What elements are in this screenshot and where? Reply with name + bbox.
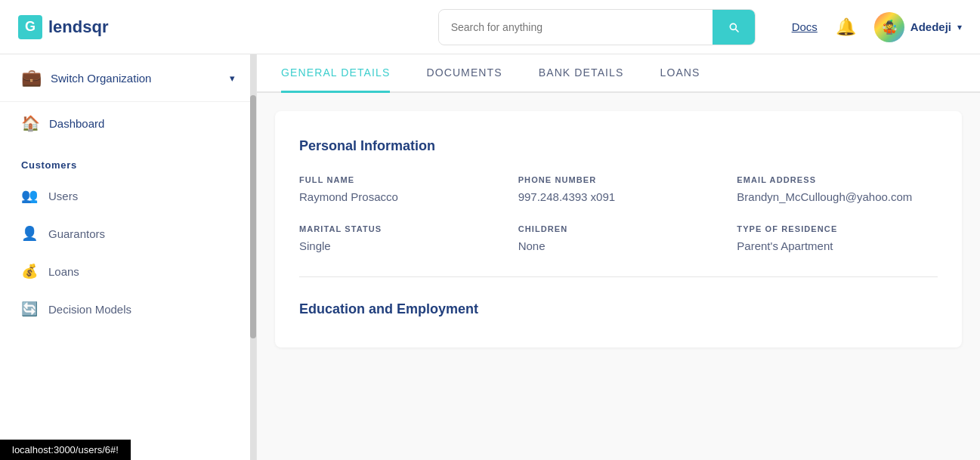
search-button[interactable] bbox=[713, 10, 755, 45]
tab-documents[interactable]: Documents bbox=[426, 54, 502, 93]
body: 💼 Switch Organization ▾ 🏠 Dashboard Cust… bbox=[0, 54, 980, 460]
field-marital-status: MARITAL STATUS Single bbox=[299, 224, 500, 252]
email-address-value: Brandyn_McCullough@yahoo.com bbox=[737, 190, 938, 203]
dashboard-label: Dashboard bbox=[49, 117, 104, 130]
bell-icon[interactable]: 🔔 bbox=[836, 17, 856, 37]
sidebar-item-guarantors-label: Guarantors bbox=[48, 227, 105, 240]
sidebar-item-users[interactable]: 👥 Users bbox=[0, 177, 256, 215]
logo[interactable]: G lendsqr bbox=[18, 15, 108, 39]
field-children: CHILDREN None bbox=[518, 224, 719, 252]
users-icon: 👥 bbox=[21, 187, 38, 204]
sidebar-item-users-label: Users bbox=[48, 190, 78, 202]
tab-general-details[interactable]: General Details bbox=[281, 54, 390, 93]
docs-link[interactable]: Docs bbox=[792, 20, 818, 33]
search-bar bbox=[438, 9, 756, 45]
sidebar-scrollbar[interactable] bbox=[250, 54, 256, 460]
logo-icon: G bbox=[18, 15, 42, 39]
type-of-residence-label: TYPE OF RESIDENCE bbox=[737, 224, 938, 233]
marital-status-value: Single bbox=[299, 239, 500, 252]
avatar: 🤹 bbox=[874, 12, 904, 42]
sidebar-item-loans-label: Loans bbox=[48, 265, 79, 278]
email-address-label: EMAIL ADDRESS bbox=[737, 175, 938, 184]
customers-section-label: Customers bbox=[0, 144, 256, 177]
switch-org-label: Switch Organization bbox=[51, 72, 221, 85]
sidebar-item-decision-models-label: Decision Models bbox=[48, 303, 131, 316]
tab-bank-details[interactable]: Bank Details bbox=[539, 54, 624, 93]
sidebar-scrollbar-thumb bbox=[250, 95, 256, 338]
section-divider bbox=[299, 276, 938, 277]
full-name-label: FULL NAME bbox=[299, 175, 500, 184]
sidebar-item-guarantors[interactable]: 👤 Guarantors bbox=[0, 215, 256, 252]
tabs: General Details Documents Bank Details L… bbox=[257, 54, 980, 93]
switch-org-item[interactable]: 💼 Switch Organization ▾ bbox=[0, 54, 256, 102]
briefcase-icon: 💼 bbox=[21, 68, 42, 88]
content-card: Personal Information FULL NAME Raymond P… bbox=[275, 111, 962, 347]
switch-org-chevron: ▾ bbox=[230, 73, 235, 84]
education-section-title: Education and Employment bbox=[299, 301, 938, 317]
personal-info-grid: FULL NAME Raymond Prosacco PHONE NUMBER … bbox=[299, 175, 938, 252]
status-bar: localhost:3000/users/6#! bbox=[0, 440, 131, 460]
children-label: CHILDREN bbox=[518, 224, 719, 233]
marital-status-label: MARITAL STATUS bbox=[299, 224, 500, 233]
field-email-address: EMAIL ADDRESS Brandyn_McCullough@yahoo.c… bbox=[737, 175, 938, 203]
guarantors-icon: 👤 bbox=[21, 225, 38, 242]
full-name-value: Raymond Prosacco bbox=[299, 190, 500, 203]
home-icon: 🏠 bbox=[21, 114, 40, 132]
field-phone-number: PHONE NUMBER 997.248.4393 x091 bbox=[518, 175, 719, 203]
type-of-residence-value: Parent's Apartment bbox=[737, 239, 938, 252]
phone-number-value: 997.248.4393 x091 bbox=[518, 190, 719, 203]
personal-info-title: Personal Information bbox=[299, 138, 938, 154]
sidebar-item-decision-models[interactable]: 🔄 Decision Models bbox=[0, 290, 256, 328]
field-full-name: FULL NAME Raymond Prosacco bbox=[299, 175, 500, 203]
sidebar-item-loans[interactable]: 💰 Loans bbox=[0, 252, 256, 290]
sidebar: 💼 Switch Organization ▾ 🏠 Dashboard Cust… bbox=[0, 54, 257, 460]
main-content: General Details Documents Bank Details L… bbox=[257, 54, 980, 460]
header: G lendsqr Docs 🔔 🤹 Adedeji ▾ bbox=[0, 0, 980, 54]
search-input[interactable] bbox=[439, 12, 713, 42]
phone-number-label: PHONE NUMBER bbox=[518, 175, 719, 184]
search-icon bbox=[728, 21, 740, 33]
header-right: Docs 🔔 🤹 Adedeji ▾ bbox=[792, 12, 962, 42]
avatar-chevron: ▾ bbox=[957, 22, 962, 32]
logo-text: lendsqr bbox=[48, 17, 108, 37]
avatar-name: Adedeji bbox=[910, 20, 951, 33]
loans-icon: 💰 bbox=[21, 263, 38, 279]
tab-loans[interactable]: Loans bbox=[660, 54, 700, 93]
children-value: None bbox=[518, 239, 719, 252]
decision-models-icon: 🔄 bbox=[21, 301, 38, 317]
dashboard-item[interactable]: 🏠 Dashboard bbox=[0, 102, 256, 144]
status-url: localhost:3000/users/6#! bbox=[12, 444, 119, 455]
field-type-of-residence: TYPE OF RESIDENCE Parent's Apartment bbox=[737, 224, 938, 252]
avatar-area[interactable]: 🤹 Adedeji ▾ bbox=[874, 12, 962, 42]
